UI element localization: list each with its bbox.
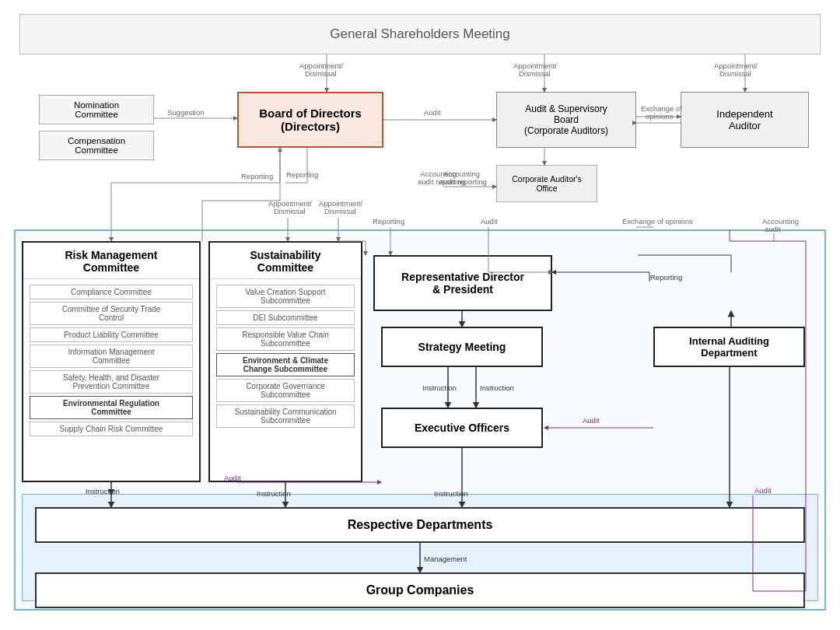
svg-text:Reporting: Reporting	[373, 217, 404, 226]
svg-text:Reporting: Reporting	[241, 172, 273, 180]
gsm-box: General Shareholders Meeting	[19, 14, 821, 54]
audit-supervisory-board-box: Audit & Supervisory Board (Corporate Aud…	[496, 92, 636, 148]
int-audit-label: Internal Auditing Department	[689, 335, 769, 359]
svg-text:Audit: Audit	[424, 108, 441, 117]
svg-text:Exchange of opinions: Exchange of opinions	[622, 217, 693, 226]
risk-management-committee-box: Risk Management Committee Compliance Com…	[22, 241, 201, 482]
internal-auditing-dept-box: Internal Auditing Department	[653, 327, 805, 367]
svg-text:Appointment/: Appointment/	[299, 61, 343, 70]
svg-text:Appointment/: Appointment/	[714, 61, 758, 70]
svg-text:Appointment/: Appointment/	[319, 199, 362, 208]
independent-auditor-box: Independent Auditor	[681, 92, 809, 148]
svg-text:audit reporting: audit reporting	[439, 177, 487, 186]
board-of-directors-box: Board of Directors (Directors)	[237, 92, 383, 148]
rmc-item-info-mgmt: Information ManagementCommittee	[30, 345, 193, 368]
rmc-item-env-reg: Environmental RegulationCommittee	[30, 396, 193, 419]
respective-departments-box: Respective Departments	[35, 507, 805, 543]
compensation-committee-label: Compensation Committee	[68, 136, 125, 155]
rmc-items-list: Compliance Committee Committee of Securi…	[23, 279, 199, 442]
resp-depts-label: Respective Departments	[348, 518, 493, 532]
rep-director-label: Representative Director & President	[401, 271, 524, 296]
strategy-meeting-label: Strategy Meeting	[418, 341, 506, 353]
compensation-committee-box: Compensation Committee	[39, 131, 154, 160]
svg-text:Appointment/: Appointment/	[268, 199, 312, 208]
gsm-label: General Shareholders Meeting	[330, 26, 510, 42]
sc-item-corp-governance: Corporate GovernanceSubcommittee	[216, 379, 355, 402]
sc-item-resp-value-chain: Responsible Value ChainSubcommittee	[216, 327, 355, 351]
corp-auditors-office-box: Corporate Auditor's Office	[496, 165, 597, 202]
exec-officers-label: Executive Officers	[415, 422, 509, 434]
sc-item-value-creation: Value Creation SupportSubcommittee	[216, 285, 355, 308]
sc-item-env-climate: Environment & ClimateChange Subcommittee	[216, 353, 355, 376]
diagram: General Shareholders Meeting Nomination …	[0, 0, 840, 630]
group-companies-box: Group Companies	[35, 572, 805, 608]
rmc-item-compliance: Compliance Committee	[30, 285, 193, 299]
sc-item-sustainability-comm: Sustainability CommunicationSubcommittee	[216, 404, 355, 428]
executive-officers-box: Executive Officers	[381, 408, 543, 448]
svg-text:Appointment/: Appointment/	[513, 61, 557, 70]
corp-audit-label: Corporate Auditor's Office	[512, 174, 582, 193]
rmc-item-product-liability: Product Liability Committee	[30, 327, 193, 342]
nomination-committee-label: Nomination Committee	[74, 100, 119, 119]
sc-title: Sustainability Committee	[210, 243, 361, 279]
nomination-committee-box: Nomination Committee	[39, 95, 154, 124]
board-label: Board of Directors (Directors)	[259, 107, 362, 133]
group-cos-label: Group Companies	[366, 583, 474, 597]
rmc-item-supply-chain: Supply Chain Risk Committee	[30, 422, 193, 436]
sustainability-committee-box: Sustainability Committee Value Creation …	[208, 241, 362, 482]
sc-items-list: Value Creation SupportSubcommittee DEI S…	[210, 279, 361, 433]
representative-director-box: Representative Director & President	[373, 255, 552, 311]
svg-text:Suggestion: Suggestion	[167, 108, 205, 117]
svg-text:Dismissal: Dismissal	[324, 207, 356, 215]
svg-text:Accounting: Accounting	[762, 217, 799, 226]
rmc-item-safety-health: Safety, Health, and DisasterPrevention C…	[30, 370, 193, 394]
svg-text:Accounting: Accounting	[443, 170, 480, 178]
svg-text:Exchange of: Exchange of	[641, 104, 682, 113]
audit-board-label: Audit & Supervisory Board (Corporate Aud…	[524, 103, 608, 136]
svg-text:Dismissal: Dismissal	[305, 69, 337, 78]
svg-text:opinions: opinions	[646, 112, 674, 121]
rmc-item-security-trade: Committee of Security TradeControl	[30, 302, 193, 325]
svg-text:Dismissal: Dismissal	[519, 69, 551, 78]
svg-text:audit reporting: audit reporting	[418, 177, 465, 186]
svg-text:Reporting: Reporting	[286, 170, 318, 179]
sc-item-dei: DEI Subcommittee	[216, 310, 355, 325]
svg-text:Dismissal: Dismissal	[719, 69, 751, 78]
svg-text:Dismissal: Dismissal	[274, 207, 306, 215]
ind-auditor-label: Independent Auditor	[716, 108, 772, 131]
strategy-meeting-box: Strategy Meeting	[381, 327, 543, 367]
svg-text:Audit: Audit	[481, 217, 498, 226]
rmc-title: Risk Management Committee	[23, 243, 199, 279]
svg-text:Accounting: Accounting	[420, 170, 457, 178]
